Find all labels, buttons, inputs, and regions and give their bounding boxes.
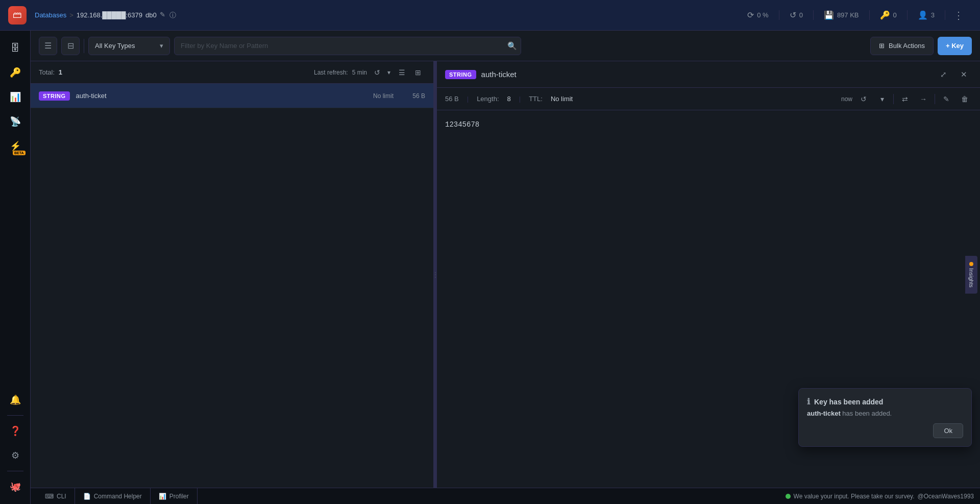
clients-value: 3 [931,11,935,19]
dropdown-icon[interactable]: ▾ [387,69,390,76]
pubsub-icon: 📡 [10,116,21,127]
key-table: STRING auth-ticket No limit 56 B [31,84,433,488]
sidebar-item-notifications[interactable]: 🔔 [4,389,27,411]
sidebar-divider [7,415,23,416]
toast-footer: Ok [807,423,963,438]
split-pane: Total: 1 Last refresh: 5 min ↺ ▾ ☰ ⊞ [31,61,980,488]
key-list-header: Total: 1 Last refresh: 5 min ↺ ▾ ☰ ⊞ [31,61,433,84]
bottom-bar: ⌨ CLI 📄 Command Helper 📊 Profiler We val… [31,488,980,504]
more-arrow-button[interactable]: → [916,92,930,106]
detail-type-badge: STRING [445,70,476,79]
beta-badge: BETA [13,151,26,155]
stat-memory: 💾 897 KB [814,10,870,20]
key-size-cell: 56 B [400,92,425,100]
toast-title: ℹ Key has been added [807,397,963,406]
filter-input[interactable] [174,37,521,55]
stat-clients: 👤 3 [908,10,945,20]
length-label: Length: [477,95,499,103]
bell-icon: 🔔 [10,394,21,405]
settings-icon: ⚙ [11,450,19,461]
breadcrumb-host: 192.168.█████:6379 [77,11,142,19]
sidebar-item-beta[interactable]: ⚡ BETA [4,135,27,157]
add-key-label: + Key [946,42,964,50]
filter-icon: ⊟ [67,41,74,51]
table-row[interactable]: STRING auth-ticket No limit 56 B [31,84,433,108]
ops-value: 0 [799,11,803,19]
toolbar: ☰ ⊟ All Key Types ▾ 🔍 ⊞ Bulk Actions + [31,31,980,61]
command-helper-tab[interactable]: 📄 Command Helper [75,488,151,504]
copy-button[interactable]: ⇄ [898,92,912,106]
more-options-button[interactable]: ⋮ [945,9,972,21]
sidebar-item-settings[interactable]: ⚙ [4,444,27,467]
toast-body: auth-ticket has been added. [807,410,963,417]
total-text: Total: [39,68,55,76]
sidebar-item-help[interactable]: ❓ [4,420,27,442]
csdn-badge: We value your input. Please take our sur… [786,493,974,500]
cli-label: CLI [57,493,66,500]
sidebar-item-github[interactable]: 🐙 [4,475,27,498]
add-key-button[interactable]: + Key [938,37,972,55]
databases-link[interactable]: Databases [35,11,66,19]
key-type-select[interactable]: All Key Types ▾ [88,37,170,55]
bulk-actions-icon: ⊞ [879,42,885,50]
grid-view-button[interactable]: ⊞ [411,65,425,80]
toast-notification: ℹ Key has been added auth-ticket has bee… [798,388,972,447]
delete-button[interactable]: 🗑 [958,92,972,106]
info-icon[interactable]: ⓘ [169,11,176,20]
sidebar-item-database[interactable]: 🗄 [4,37,27,59]
meta-divider-2 [935,94,935,104]
refresh-info: Last refresh: 5 min ↺ ▾ ☰ ⊞ [314,65,425,80]
main-layout: 🗄 🔑 📊 📡 ⚡ BETA 🔔 ❓ ⚙ 🐙 [0,31,980,504]
sidebar: 🗄 🔑 📊 📡 ⚡ BETA 🔔 ❓ ⚙ 🐙 [0,31,31,504]
key-list-panel: Total: 1 Last refresh: 5 min ↺ ▾ ☰ ⊞ [31,61,434,488]
cli-tab[interactable]: ⌨ CLI [37,488,75,504]
filter-icon-button[interactable]: ⊟ [61,37,80,55]
header-actions: ⤢ ✕ [935,66,972,83]
last-refresh-label: Last refresh: [314,69,348,76]
browser-icon: 🔑 [10,67,21,78]
key-type-label: All Key Types [95,42,135,50]
fullscreen-button[interactable]: ⤢ [935,66,951,83]
sidebar-item-pubsub[interactable]: 📡 [4,110,27,133]
ops-icon: ↺ [790,10,796,20]
right-text: We value your input. Please take our sur… [794,493,915,500]
database-icon: 🗄 [11,43,20,54]
toolbar-right: ⊞ Bulk Actions + Key [870,37,972,55]
bulk-actions-label: Bulk Actions [889,42,925,50]
analytics-icon: 📊 [10,91,21,103]
meta-dropdown-button[interactable]: ▾ [875,92,889,106]
bulk-actions-button[interactable]: ⊞ Bulk Actions [870,37,934,55]
close-button[interactable]: ✕ [955,66,972,83]
meta-refresh-button[interactable]: ↺ [856,92,871,106]
list-icon-button[interactable]: ☰ [39,37,57,55]
size-value: 56 B [445,95,459,103]
sidebar-item-browser[interactable]: 🔑 [4,61,27,84]
beta-icon: ⚡ [10,140,21,152]
key-value-text: 12345678 [445,121,972,129]
breadcrumb-sep: > [69,11,74,19]
edit-button[interactable]: ✎ [939,92,953,106]
sidebar-item-analytics[interactable]: 📊 [4,86,27,108]
top-bar: 🗃 Databases > 192.168.█████:6379 db0 ✎ ⓘ… [0,0,980,31]
keys-icon: 🔑 [880,10,890,20]
view-buttons: ☰ ⊞ [395,65,425,80]
stat-keys: 🔑 0 [870,10,908,20]
toast-ok-button[interactable]: Ok [933,423,963,438]
key-name-cell: auth-ticket [76,92,347,100]
edit-icon[interactable]: ✎ [160,11,165,20]
toast-body-suffix: has been added. [842,410,892,417]
memory-icon: 💾 [824,10,834,20]
command-helper-icon: 📄 [83,493,91,500]
profiler-tab[interactable]: 📊 Profiler [151,488,198,504]
search-button[interactable]: 🔍 [507,41,517,51]
detail-key-name: auth-ticket [481,70,517,79]
profiler-label: Profiler [169,493,189,500]
list-view-button[interactable]: ☰ [395,65,409,80]
toast-title-text: Key has been added [814,398,883,406]
insights-tab[interactable]: Insights [965,256,977,294]
clients-icon: 👤 [918,10,928,20]
cpu-value: 0 % [757,11,768,19]
profiler-icon: 📊 [159,493,166,500]
refresh-button[interactable]: ↺ [371,66,383,79]
key-detail-header: STRING auth-ticket ⤢ ✕ [437,61,980,88]
